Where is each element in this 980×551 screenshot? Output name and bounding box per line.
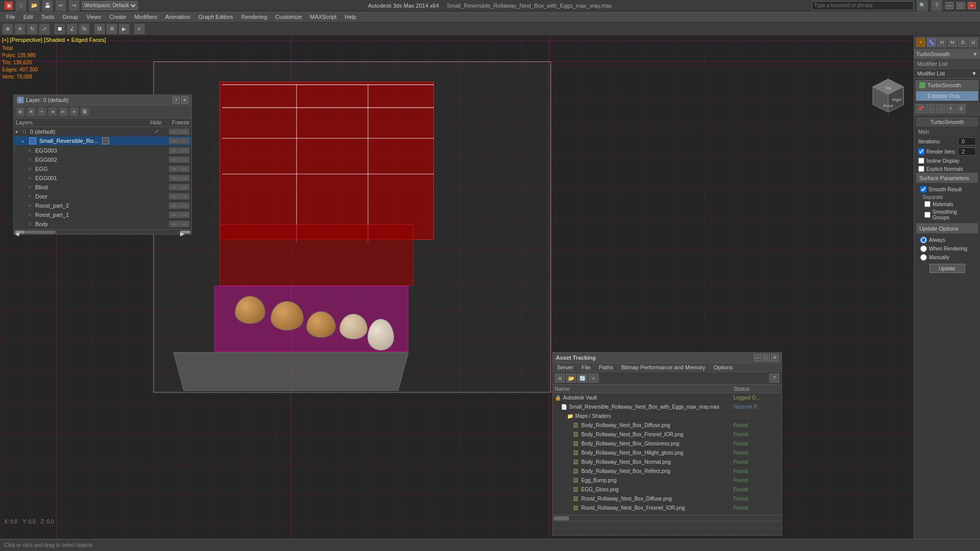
menu-edit[interactable]: Edit [19, 13, 37, 21]
layers-tool-3[interactable]: + [37, 107, 46, 116]
menu-maxscript[interactable]: MAXScript [306, 13, 340, 21]
menu-animation[interactable]: Animation [161, 13, 194, 21]
menu-customize[interactable]: Customize [271, 13, 306, 21]
at-menu-options[interactable]: Options [709, 363, 737, 371]
at-row[interactable]: 🖼 Egg_Bump.png Found [553, 476, 781, 485]
select-btn[interactable]: ⊕ [2, 23, 13, 35]
layer-row[interactable]: ○ Roost_part_2 — — [14, 201, 191, 210]
layer-hide-btn[interactable]: — [169, 221, 179, 227]
layer-row[interactable]: ▸ Small_Reversible_Rollaway_Nest_Box_ith… [14, 136, 191, 146]
layer-freeze-btn[interactable]: — [179, 138, 189, 144]
save-btn[interactable]: 💾 [42, 0, 53, 11]
angle-snap-btn[interactable]: ∠ [66, 23, 78, 35]
modify-panel-icon[interactable]: 🔧 [927, 38, 936, 47]
materials-checkbox[interactable] [924, 201, 930, 207]
blind-selector[interactable]: TurboSmooth ▼ [914, 49, 980, 59]
delete-tool[interactable]: ✕ [946, 104, 955, 113]
pin-tool[interactable]: 📌 [916, 104, 925, 113]
scroll-left-btn[interactable]: ◀ [15, 231, 25, 234]
menu-rendering[interactable]: Rendering [237, 13, 272, 21]
layer-hide-btn[interactable]: — [169, 147, 179, 154]
close-btn[interactable]: ✕ [968, 2, 976, 9]
hierarchy-icon[interactable]: H [937, 38, 946, 47]
layer-hide-btn[interactable]: — [169, 157, 179, 163]
layer-freeze-btn[interactable]: — [179, 129, 189, 135]
menu-help[interactable]: Help [340, 13, 360, 21]
update-options-header[interactable]: Update Options [916, 223, 978, 234]
layers-tool-2[interactable]: ✕ [27, 107, 36, 116]
minimize-btn[interactable]: — [945, 2, 953, 9]
redo-btn[interactable]: ↪ [68, 0, 80, 11]
when-rendering-radio[interactable] [920, 245, 927, 252]
at-row[interactable]: 🔒 Autodesk Vault Logged O... [553, 393, 781, 403]
layer-freeze-btn[interactable]: — [179, 212, 189, 218]
layers-tool-5[interactable]: ⇤ [59, 107, 68, 116]
move-btn[interactable]: ✛ [14, 23, 26, 35]
layer-row[interactable]: ▸ □ 0 (default) ✓ — — [14, 127, 191, 136]
view-cube[interactable]: Top Right Front [868, 77, 909, 117]
layer-edit-icon[interactable] [102, 137, 109, 144]
new-btn[interactable]: □ [15, 0, 27, 11]
update-button[interactable]: Update [929, 264, 965, 273]
layer-freeze-btn[interactable]: — [179, 147, 189, 154]
layers-tool-1[interactable]: ⊕ [16, 107, 25, 116]
layer-row[interactable]: ○ EGG002 — — [14, 155, 191, 164]
at-horizontal-scrollbar[interactable] [553, 515, 781, 521]
menu-create[interactable]: Create [105, 13, 130, 21]
at-row[interactable]: 📁 Maps / Shaders [553, 412, 781, 421]
layers-help-btn[interactable]: ? [173, 96, 180, 104]
always-radio[interactable] [920, 237, 927, 243]
motion-icon[interactable]: M [948, 38, 957, 47]
at-row[interactable]: 🖼 Roost_Rollaway_Nest_Box_Diffuse.png Fo… [553, 494, 781, 504]
editable-poly-modifier[interactable]: Editable Poly [916, 91, 978, 101]
render-btn[interactable]: ▶ [118, 23, 130, 35]
layer-hide-btn[interactable]: — [169, 138, 179, 144]
surface-params-header[interactable]: Surface Parameters [916, 173, 978, 183]
help-btn[interactable]: ? [931, 0, 942, 11]
percent-snap-btn[interactable]: % [79, 23, 90, 35]
scale-btn[interactable]: ⤢ [39, 23, 50, 35]
at-row[interactable]: 🖼 Roost_Rollaway_Nest_Box_Glossiness.png… [553, 513, 781, 515]
menu-views[interactable]: Views [82, 13, 105, 21]
layer-row[interactable]: ○ EGG001 — — [14, 173, 191, 183]
at-row[interactable]: 🖼 Body_Rollaway_Nest_Box_Reflect.png Fou… [553, 467, 781, 476]
layer-freeze-btn[interactable]: — [179, 221, 189, 227]
at-row[interactable]: 🖼 Body_Rollaway_Nest_Box_Diffuse.png Fou… [553, 421, 781, 430]
layer-row[interactable]: ○ Body — — [14, 219, 191, 229]
utilities-icon[interactable]: U [969, 38, 978, 47]
turbosmooth-modifier[interactable]: TurboSmooth [916, 80, 978, 90]
render-setup-btn[interactable]: ⚙ [106, 23, 117, 35]
move-up-tool[interactable]: ↑ [926, 104, 935, 113]
at-tool-1[interactable]: ⊕ [555, 373, 565, 383]
layer-hide-btn[interactable]: — [169, 166, 179, 172]
layer-row[interactable]: ○ EGG — — [14, 164, 191, 173]
smoothing-groups-checkbox[interactable] [924, 212, 930, 218]
layer-hide-btn[interactable]: — [169, 129, 179, 135]
open-btn[interactable]: 📂 [29, 0, 40, 11]
at-row[interactable]: 🖼 EGG_Gloss.png Found [553, 485, 781, 494]
menu-modifiers[interactable]: Modifiers [130, 13, 161, 21]
at-content-list[interactable]: 🔒 Autodesk Vault Logged O... 📄 Small_Rev… [553, 393, 781, 515]
layer-row[interactable]: ○ EGG003 — — [14, 146, 191, 155]
at-tool-3[interactable]: 🔄 [577, 373, 587, 383]
layer-freeze-btn[interactable]: — [179, 193, 189, 199]
material-editor-btn[interactable]: M [94, 23, 105, 35]
search-input[interactable] [812, 1, 914, 10]
layer-freeze-btn[interactable]: — [179, 157, 189, 163]
smooth-result-checkbox[interactable] [920, 186, 926, 192]
iterations-input[interactable] [958, 137, 976, 145]
layer-row[interactable]: ○ Blind — — [14, 183, 191, 192]
at-row[interactable]: 🖼 Body_Rollaway_Nest_Box_Normal.png Foun… [553, 458, 781, 467]
layer-hide-btn[interactable]: — [169, 175, 179, 181]
modifier-dropdown[interactable]: Modifier List ▼ [914, 69, 980, 79]
at-menu-paths[interactable]: Paths [595, 363, 617, 371]
layers-tool-7[interactable]: ≣ [80, 107, 89, 116]
workspace-selector[interactable]: Workspace: Default [82, 1, 138, 10]
explicit-normals-checkbox[interactable] [918, 166, 924, 172]
at-row[interactable]: 🖼 Body_Rollaway_Nest_Box_Hilight_gloss.p… [553, 448, 781, 458]
rotate-btn[interactable]: ↻ [27, 23, 38, 35]
layer-row[interactable]: ○ Door — — [14, 192, 191, 201]
manually-radio[interactable] [920, 254, 927, 261]
layer-row[interactable]: ○ Roost_part_1 — — [14, 210, 191, 219]
layer-hide-btn[interactable]: — [169, 184, 179, 190]
